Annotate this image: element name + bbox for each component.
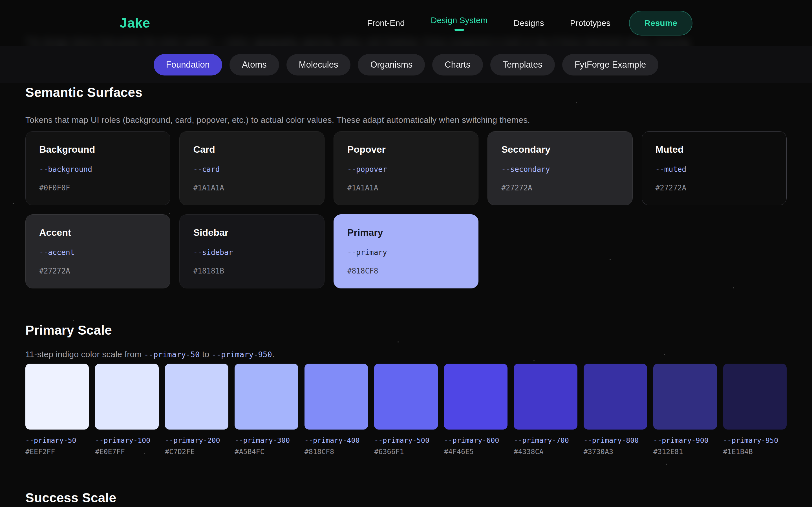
inline-code-token: --primary-950 [212,350,272,359]
inline-code-token: --primary-50 [144,350,200,359]
token-card: Card --card #1A1A1A [179,131,324,205]
semantic-surfaces-title: Semantic Surfaces [26,84,786,100]
swatch-hex: #818CF8 [305,448,368,456]
tab-pill[interactable]: FytForge Example [562,54,658,75]
swatch-hex: #4338CA [514,448,577,456]
color-swatch-item: --primary-100 #E0E7FF [95,363,158,456]
token-card-variable: --card [193,165,310,173]
color-swatch [95,363,158,430]
tab-pill[interactable]: Charts [432,54,483,75]
swatch-hex: #312E81 [653,448,717,456]
primary-scale-title: Primary Scale [26,322,786,338]
swatch-hex: #C7D2FE [165,448,229,456]
color-swatch-item: --primary-400 #818CF8 [305,363,368,456]
header-inner: Jake Front-End Design System Designs Pro… [119,0,693,46]
primary-scale-description: 11-step indigo color scale from --primar… [26,348,786,361]
swatch-variable: --primary-50 [26,436,89,445]
swatch-variable: --primary-100 [95,436,158,445]
section-tabbar: FoundationAtomsMoleculesOrganismsChartsT… [0,46,812,83]
token-card-hex: #27272A [501,184,619,192]
nav-link-label: Designs [513,18,544,28]
tab-pill[interactable]: Atoms [230,54,279,75]
token-card-hex: #818CF8 [347,267,465,275]
color-swatch [723,363,786,430]
swatch-variable: --primary-950 [723,436,786,445]
color-swatch [26,363,89,430]
token-card-title: Card [193,144,310,155]
token-card: Primary --primary #818CF8 [334,214,478,288]
token-card: Sidebar --sidebar #18181B [179,214,324,288]
token-card-variable: --sidebar [193,248,310,257]
nav-link[interactable]: Designs [513,18,544,28]
swatch-variable: --primary-800 [583,436,647,445]
token-card: Muted --muted #27272A [642,131,786,205]
swatch-hex: #3730A3 [583,448,647,456]
description-text: . [272,349,274,359]
success-scale-section: Success Scale [26,490,786,506]
swatch-variable: --primary-400 [305,436,368,445]
token-card-title: Sidebar [193,227,310,238]
color-swatch-item: --primary-500 #6366F1 [374,363,438,456]
main-nav: Front-End Design System Designs Prototyp… [367,15,610,31]
swatch-variable: --primary-300 [235,436,298,445]
token-card-variable: --background [39,165,156,173]
swatch-variable: --primary-900 [653,436,717,445]
color-swatch [514,363,577,430]
token-card: Accent --accent #27272A [26,214,170,288]
primary-scale-section: Primary Scale 11-step indigo color scale… [26,322,786,456]
token-card-variable: --primary [347,248,465,257]
color-swatch-item: --primary-600 #4F46E5 [444,363,507,456]
color-swatch-item: --primary-950 #1E1B4B [723,363,786,456]
color-swatch-item: --primary-700 #4338CA [514,363,577,456]
swatch-variable: --primary-200 [165,436,229,445]
active-nav-underline-indicator [455,29,464,31]
token-card-variable: --accent [39,248,156,257]
semantic-token-card-grid: Background --background #0F0F0F Card --c… [26,131,786,288]
token-card-title: Muted [656,144,773,155]
nav-link[interactable]: Prototypes [570,18,610,28]
color-swatch [444,363,507,430]
color-swatch [235,363,298,430]
nav-link[interactable]: Design System [431,15,488,31]
nav-link[interactable]: Front-End [367,18,405,28]
token-card-hex: #1A1A1A [193,184,310,192]
color-swatch [165,363,229,430]
semantic-surfaces-section: Semantic Surfaces Tokens that map UI rol… [26,84,786,288]
token-card-variable: --popover [347,165,465,173]
token-card-variable: --muted [656,165,773,173]
color-swatch [583,363,647,430]
resume-button[interactable]: Resume [629,11,693,36]
token-card-title: Accent [39,227,156,238]
color-swatch-item: --primary-800 #3730A3 [583,363,647,456]
primary-scale-swatch-grid: --primary-50 #EEF2FF --primary-100 #E0E7… [26,363,786,456]
token-card: Background --background #0F0F0F [26,131,170,205]
token-card-hex: #1A1A1A [347,184,465,192]
swatch-hex: #6366F1 [374,448,438,456]
color-swatch [374,363,438,430]
tab-pill[interactable]: Molecules [287,54,351,75]
token-card-title: Background [39,144,156,155]
site-header: Jake Front-End Design System Designs Pro… [0,0,812,46]
tab-pill[interactable]: Organisms [358,54,425,75]
color-swatch-item: --primary-200 #C7D2FE [165,363,229,456]
nav-link-label: Prototypes [570,18,610,28]
token-card-title: Popover [347,144,465,155]
description-text: 11-step indigo color scale from [26,349,144,359]
color-swatch-item: --primary-50 #EEF2FF [26,363,89,456]
site-logo[interactable]: Jake [119,15,150,31]
swatch-hex: #4F46E5 [444,448,507,456]
token-card-title: Secondary [501,144,619,155]
description-text: to [200,349,212,359]
swatch-hex: #1E1B4B [723,448,786,456]
tab-pill[interactable]: Templates [490,54,555,75]
swatch-variable: --primary-700 [514,436,577,445]
swatch-hex: #E0E7FF [95,448,158,456]
color-swatch [305,363,368,430]
token-card-hex: #27272A [656,184,773,192]
token-card-title: Primary [347,227,465,238]
swatch-variable: --primary-500 [374,436,438,445]
token-card-hex: #27272A [39,267,156,275]
color-swatch-item: --primary-300 #A5B4FC [235,363,298,456]
nav-link-label: Design System [431,15,488,25]
tab-pill[interactable]: Foundation [154,54,222,75]
